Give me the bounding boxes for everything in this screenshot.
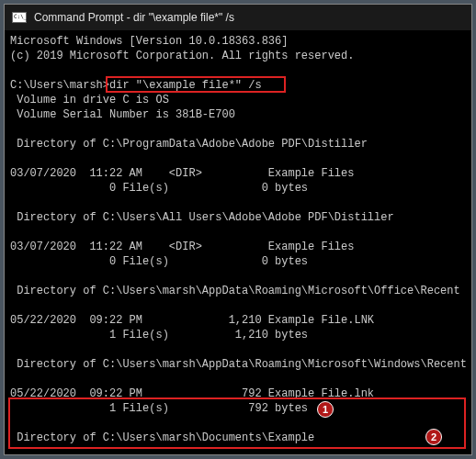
dir-summary: 1 File(s) 1,210 bytes bbox=[10, 329, 308, 341]
window-title: Command Prompt - dir "\example file*" /s bbox=[34, 11, 234, 24]
dir-summary: 1 File(s) 792 bytes bbox=[10, 402, 308, 415]
prompt-command: dir "\example file*" /s bbox=[109, 79, 262, 92]
annotation-badge-2: 2 bbox=[425, 429, 442, 445]
volume-line1: Volume in drive C is OS bbox=[10, 94, 169, 106]
dir-row: 05/22/2020 09:22 PM 1,210 Example File.L… bbox=[10, 314, 374, 327]
volume-line2: Volume Serial Number is 381B-E700 bbox=[10, 108, 235, 121]
annotation-badge-1: 1 bbox=[317, 401, 334, 418]
dir-header: Directory of C:\Users\marsh\Documents\Ex… bbox=[10, 431, 314, 444]
dir-summary: 0 File(s) 0 bytes bbox=[10, 182, 308, 195]
dir-row: 03/07/2020 11:22 AM <DIR> Example Files bbox=[10, 167, 354, 180]
banner-line2: (c) 2019 Microsoft Corporation. All righ… bbox=[10, 50, 354, 62]
dir-row: 05/22/2020 09:22 PM 792 Example File.lnk bbox=[10, 387, 374, 400]
dir-header: Directory of C:\Users\marsh\AppData\Roam… bbox=[10, 285, 460, 297]
dir-row: 03/07/2020 11:22 AM <DIR> Example Files bbox=[10, 241, 354, 253]
dir-header: Directory of C:\Users\marsh\AppData\Roam… bbox=[10, 358, 467, 371]
terminal-output[interactable]: Microsoft Windows [Version 10.0.18363.83… bbox=[5, 30, 471, 454]
cmd-window: Command Prompt - dir "\example file*" /s… bbox=[4, 4, 472, 455]
dir-summary: 0 File(s) 0 bytes bbox=[10, 255, 308, 268]
dir-header: Directory of C:\ProgramData\Adobe\Adobe … bbox=[10, 138, 368, 151]
titlebar[interactable]: Command Prompt - dir "\example file*" /s bbox=[5, 5, 471, 30]
prompt-path: C:\Users\marsh> bbox=[10, 79, 109, 92]
dir-header: Directory of C:\Users\All Users\Adobe\Ad… bbox=[10, 211, 394, 224]
banner-line1: Microsoft Windows [Version 10.0.18363.83… bbox=[10, 35, 288, 48]
cmd-icon bbox=[12, 12, 27, 23]
